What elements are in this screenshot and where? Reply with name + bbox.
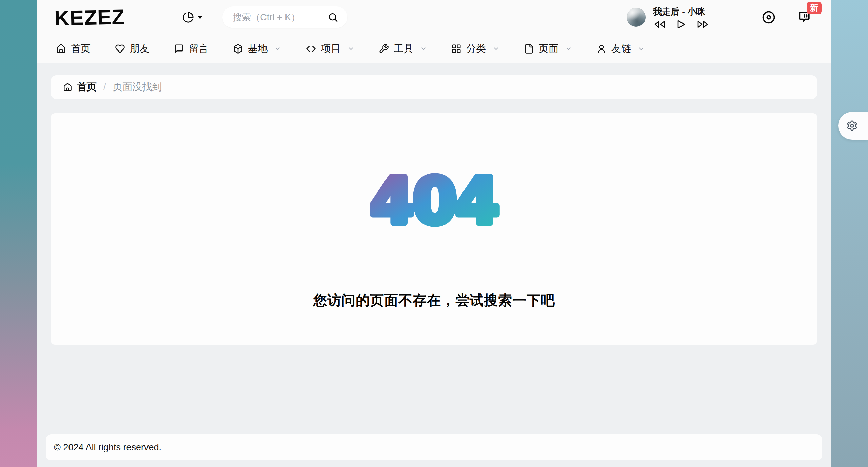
error-card: 404 您访问的页面不存在，尝试搜索一下吧	[51, 113, 817, 345]
nav-item-categories[interactable]: 分类	[451, 42, 499, 56]
gear-icon	[846, 120, 858, 131]
nav-item-links[interactable]: 友链	[596, 42, 645, 56]
chevron-down-icon	[420, 45, 427, 52]
fast-forward-button[interactable]	[697, 20, 709, 29]
nav-label: 分类	[466, 42, 486, 56]
album-art[interactable]	[627, 8, 646, 27]
new-badge: 新	[807, 2, 822, 14]
breadcrumb-home-link[interactable]: 首页	[63, 80, 97, 94]
site-logo[interactable]: KEZEZ	[54, 5, 125, 30]
home-icon	[63, 83, 72, 92]
grid-icon	[451, 44, 461, 54]
track-title: 我走后 - 小咪	[653, 6, 705, 18]
wrench-icon	[379, 44, 389, 54]
nav-label: 留言	[189, 42, 209, 56]
nav-label: 友链	[611, 42, 631, 56]
chevron-down-icon	[638, 45, 645, 52]
user-icon	[596, 44, 607, 54]
nav-label: 基地	[248, 42, 268, 56]
nav-label: 页面	[539, 42, 558, 56]
error-message: 您访问的页面不存在，尝试搜索一下吧	[313, 291, 555, 310]
breadcrumb-current: 页面没找到	[113, 80, 162, 94]
error-404-graphic: 404	[354, 161, 514, 240]
main-area: 首页 / 页面没找到 404 您访问的页面不存在，尝试搜索一下吧 © 2024 …	[37, 63, 831, 467]
search-input[interactable]	[233, 12, 328, 23]
music-player: 我走后 - 小咪	[627, 6, 709, 29]
header-top-row: KEZEZ	[37, 0, 831, 35]
nav-label: 项目	[321, 42, 341, 56]
primary-nav: 首页 朋友 留言	[37, 35, 831, 63]
copyright-text: © 2024 All rights reserved.	[54, 442, 161, 453]
breadcrumb: 首页 / 页面没找到	[51, 75, 817, 99]
rewind-icon	[654, 20, 665, 29]
breadcrumb-separator: /	[103, 82, 106, 93]
chevron-down-icon	[274, 45, 281, 52]
home-icon	[56, 44, 66, 54]
search-icon	[328, 12, 338, 23]
player-info: 我走后 - 小咪	[653, 6, 709, 29]
settings-tab-button[interactable]	[838, 112, 868, 140]
page-container: KEZEZ	[37, 0, 831, 467]
theme-menu-button[interactable]	[182, 12, 203, 23]
chat-button[interactable]: 新	[797, 10, 812, 25]
chevron-down-icon	[493, 45, 499, 52]
player-controls	[654, 20, 709, 29]
code-icon	[305, 44, 316, 54]
nav-item-messages[interactable]: 留言	[174, 42, 209, 56]
search-button[interactable]	[328, 12, 338, 23]
rewind-button[interactable]	[654, 20, 665, 29]
nav-item-home[interactable]: 首页	[56, 42, 91, 56]
message-icon	[174, 44, 184, 54]
chevron-down-icon	[565, 45, 572, 52]
nav-item-projects[interactable]: 项目	[305, 42, 354, 56]
disc-icon	[761, 10, 776, 25]
play-button[interactable]	[677, 20, 686, 29]
site-header: KEZEZ	[37, 0, 831, 63]
fast-forward-icon	[697, 20, 709, 29]
play-icon	[677, 20, 686, 29]
caret-down-icon	[197, 15, 203, 19]
nav-label: 工具	[394, 42, 413, 56]
nav-item-pages[interactable]: 页面	[524, 42, 572, 56]
nav-label: 朋友	[130, 42, 150, 56]
disc-button[interactable]	[761, 10, 776, 25]
nav-label: 首页	[71, 42, 91, 56]
cube-icon	[233, 44, 243, 54]
nav-item-base[interactable]: 基地	[233, 42, 281, 56]
pie-chart-icon	[182, 12, 194, 23]
chevron-down-icon	[348, 45, 354, 52]
search-box	[222, 6, 347, 28]
breadcrumb-home-label: 首页	[77, 80, 97, 94]
footer: © 2024 All rights reserved.	[46, 434, 822, 460]
svg-text:404: 404	[370, 164, 498, 238]
file-icon	[524, 44, 534, 54]
nav-item-tools[interactable]: 工具	[379, 42, 427, 56]
heart-icon	[115, 44, 125, 54]
nav-item-friends[interactable]: 朋友	[115, 42, 150, 56]
